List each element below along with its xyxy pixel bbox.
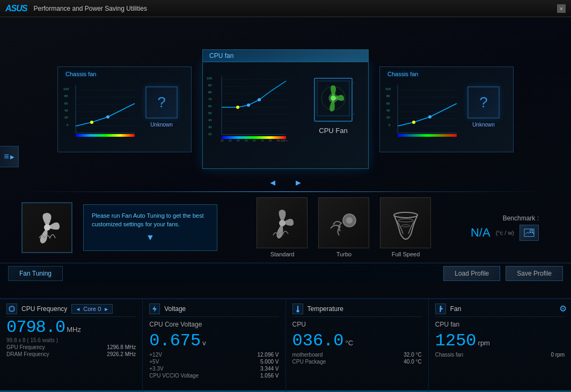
- svg-text:40: 40: [208, 119, 212, 122]
- svg-text:20: 20: [386, 116, 390, 119]
- chassis-fan-left-icon: ? Unknown: [140, 78, 183, 137]
- svg-text:60: 60: [64, 102, 68, 105]
- settings-gear-icon[interactable]: ⚙: [559, 304, 567, 314]
- fullspeed-mode-card[interactable]: Full Speed: [379, 197, 433, 257]
- benchmark-na: N/A: [471, 226, 491, 240]
- svg-text:40: 40: [237, 139, 240, 142]
- fan-title: Fan: [450, 305, 462, 313]
- cpu-freq-sub: 99.8 x 8 ( 15.6 watts ): [6, 337, 136, 343]
- cpu-temp-label: CPU: [292, 321, 306, 328]
- dram-freq-label: DRAM Frequency: [6, 351, 49, 357]
- fullspeed-fan-icon: [387, 204, 424, 242]
- chassis-fan-rpm-value: 0 rpm: [551, 352, 565, 358]
- svg-rect-98: [297, 306, 298, 310]
- svg-point-78: [398, 219, 413, 222]
- tip-arrow-down: ▼: [92, 231, 209, 244]
- svg-point-53: [331, 95, 336, 101]
- save-profile-button[interactable]: Save Profile: [506, 266, 563, 281]
- close-button[interactable]: ×: [557, 4, 566, 13]
- cpu-package-row: CPU Package 40.0 °C: [292, 359, 422, 365]
- asus-logo: ASUS: [5, 4, 27, 13]
- 33v-row: +3.3V 3.344 V: [149, 366, 279, 372]
- temp-header: Temperature: [292, 304, 422, 317]
- svg-text:100: 100: [207, 77, 213, 80]
- svg-text:80: 80: [64, 94, 68, 98]
- prev-page-button[interactable]: ◄: [265, 177, 280, 189]
- turbo-mode-card[interactable]: Turbo: [317, 197, 371, 257]
- svg-point-79: [401, 225, 410, 227]
- svg-rect-84: [10, 307, 13, 310]
- turbo-fan-icon: [325, 204, 363, 242]
- svg-point-73: [44, 224, 50, 231]
- fan-modes-section: Please run Fan Auto Tuning to get the be…: [0, 192, 571, 263]
- core-prev-arrow[interactable]: ◄: [75, 306, 80, 312]
- cpu-package-value: 40.0 °C: [404, 359, 421, 365]
- svg-text:80: 80: [386, 94, 390, 98]
- svg-rect-16: [76, 134, 135, 137]
- fan-cards-area: Chassis fan 100 80 60 40 20 0: [0, 17, 571, 174]
- core-next-arrow[interactable]: ►: [104, 306, 109, 312]
- svg-text:30: 30: [229, 139, 232, 142]
- core-label: Core 0: [83, 306, 101, 312]
- fullspeed-mode-label: Full Speed: [392, 251, 420, 257]
- chassis-fan-left-title: Chassis fan: [63, 70, 98, 78]
- sidebar-toggle-button[interactable]: ▶: [0, 146, 19, 167]
- cpu-fan-card[interactable]: 100 90 80 70 60 50 40 30 10: [202, 62, 369, 169]
- chassis-fan-left-card[interactable]: Chassis fan 100 80 60 40 20 0: [57, 66, 192, 152]
- benchmark-section: Benchmark : N/A (°c / w): [471, 215, 544, 241]
- fullspeed-mode-icon: [380, 197, 431, 248]
- cpu-temp-value: 036.0: [292, 331, 344, 351]
- svg-text:90: 90: [208, 84, 212, 87]
- load-profile-button[interactable]: Load Profile: [443, 266, 500, 281]
- temperature-section: Temperature CPU 036.0 °C motherboard 32.…: [286, 299, 429, 392]
- search-graph-icon: [524, 228, 535, 237]
- vccio-value: 1.056 V: [260, 373, 279, 379]
- gpu-freq-value: 1296.8 MHz: [107, 344, 136, 350]
- stats-panel: CPU Frequency ◄ Core 0 ► 0798.0 MHz 99.8…: [0, 298, 571, 392]
- voltage-icon: [149, 304, 160, 314]
- cpu-freq-value: 0798.0: [6, 319, 65, 336]
- svg-text:60: 60: [253, 139, 256, 142]
- cpu-fan-wrapper: CPU fan 100 90 80 70 60 50 40 30 10: [202, 49, 369, 169]
- voltage-value: 0.675: [149, 331, 201, 351]
- 33v-value: 3.344 V: [260, 366, 279, 372]
- svg-point-76: [346, 217, 353, 224]
- voltage-header: Voltage: [149, 304, 279, 317]
- voltage-section: Voltage CPU Core Voltage 0.675 v +12V 12…: [143, 299, 286, 392]
- svg-text:50: 50: [208, 112, 212, 115]
- core-selector[interactable]: ◄ Core 0 ►: [71, 304, 113, 314]
- svg-text:60: 60: [208, 105, 212, 108]
- main-content: ▶ Chassis fan 100 80 60 40 20 0: [0, 17, 571, 392]
- svg-text:70: 70: [261, 139, 264, 142]
- voltage-title: Voltage: [164, 305, 186, 313]
- fan-mode-tip: Please run Fan Auto Tuning to get the be…: [83, 204, 217, 251]
- 33v-label: +3.3V: [149, 366, 163, 372]
- svg-point-71: [412, 121, 415, 124]
- standard-mode-card[interactable]: Standard: [255, 197, 309, 257]
- svg-text:60: 60: [386, 102, 390, 105]
- cpu-fan-rpm-value: 1250: [435, 331, 477, 351]
- fan-tuning-button[interactable]: Fan Tuning: [8, 266, 63, 281]
- next-page-button[interactable]: ►: [291, 177, 306, 189]
- chassis-fan-rpm-row: Chassis fan 0 rpm: [435, 352, 565, 358]
- auto-tune-icon: [28, 209, 66, 246]
- svg-point-37: [247, 103, 250, 107]
- svg-text:0: 0: [67, 123, 69, 127]
- titlebar: ASUS Performance and Power Saving Utilit…: [0, 0, 571, 17]
- motherboard-value: 32.0 °C: [404, 352, 421, 358]
- chassis-fan-right-card[interactable]: Chassis fan 100 80 60 40 20 0: [379, 66, 514, 152]
- svg-rect-72: [398, 134, 457, 137]
- 12v-value: 12.096 V: [257, 352, 279, 358]
- standard-mode-label: Standard: [270, 251, 295, 257]
- benchmark-button[interactable]: [519, 225, 539, 241]
- benchmark-label: Benchmark :: [503, 215, 539, 222]
- svg-point-74: [279, 220, 286, 226]
- cpu-fan-graph: 100 90 80 70 60 50 40 30 10: [206, 73, 289, 143]
- voltage-unit: v: [202, 339, 206, 347]
- svg-text:0: 0: [389, 123, 391, 127]
- profile-bar: Fan Tuning Load Profile Save Profile: [0, 263, 571, 284]
- svg-text:20: 20: [221, 139, 224, 142]
- cpu-freq-header: CPU Frequency ◄ Core 0 ►: [6, 304, 136, 317]
- cpu-core-voltage-label: CPU Core Voltage: [149, 321, 202, 328]
- svg-point-38: [258, 98, 261, 101]
